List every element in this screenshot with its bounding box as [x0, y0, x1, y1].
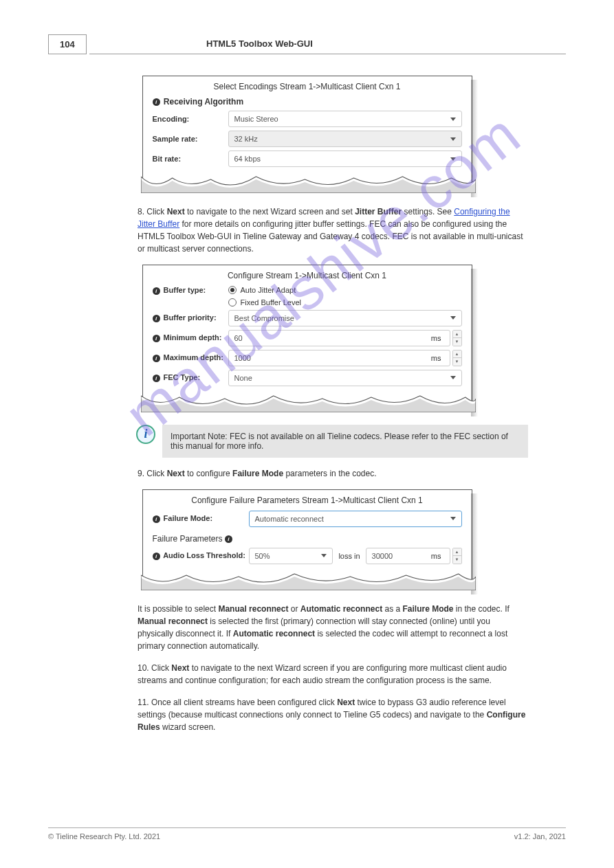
paragraph-5: 11. Once all client streams have been co…: [48, 696, 566, 733]
chevron-down-icon: [450, 137, 456, 141]
max-depth-stepper[interactable]: ▲▼: [452, 350, 462, 366]
panel2-title: Configure Stream 1->Multicast Client Cxn…: [153, 271, 462, 280]
header-title: HTML5 Toolbox Web-GUI: [206, 38, 313, 49]
footer-version: v1.2: Jan, 2021: [514, 832, 566, 841]
sample-rate-label: Sample rate:: [153, 135, 228, 143]
min-depth-stepper[interactable]: ▲▼: [452, 330, 462, 346]
chevron-down-icon: [321, 554, 327, 557]
info-icon: i: [153, 355, 160, 362]
important-note: i Important Note: FEC is not available o…: [136, 425, 528, 458]
radio-auto-jitter[interactable]: Auto Jitter Adapt: [228, 286, 296, 294]
min-depth-label: i Minimum depth:: [153, 333, 228, 342]
sample-rate-select[interactable]: 32 kHz: [228, 131, 462, 147]
info-icon: i: [136, 425, 155, 444]
paragraph-1: 8. Click Next to navigate to the next Wi…: [48, 205, 566, 255]
radio1-label: Auto Jitter Adapt: [241, 286, 296, 294]
audio-loss-stepper[interactable]: ▲▼: [452, 548, 462, 564]
receiving-algorithm-heading: i Receiving Algorithm: [153, 97, 462, 107]
failure-parameters-heading: Failure Parameters i: [153, 534, 462, 544]
audio-loss-ms-input[interactable]: 30000 ms: [366, 548, 450, 564]
paragraph-2: 9. Click Next to configure Failure Mode …: [48, 467, 566, 480]
chevron-down-icon: [450, 316, 456, 320]
encoding-value: Music Stereo: [234, 115, 278, 123]
header-rule: [89, 54, 566, 54]
info-icon: i: [153, 335, 160, 342]
radio2-label: Fixed Buffer Level: [241, 298, 301, 307]
radio-fixed-buffer[interactable]: Fixed Buffer Level: [228, 298, 301, 307]
info-icon: i: [153, 98, 160, 106]
max-depth-value: 1000: [234, 354, 251, 362]
max-depth-input[interactable]: 1000 ms: [228, 350, 450, 366]
info-icon: i: [153, 315, 160, 322]
audio-loss-label: i Audio Loss Threshold:: [153, 551, 249, 560]
failure-mode-select[interactable]: Automatic reconnect: [249, 511, 462, 527]
bit-rate-value: 64 kbps: [234, 155, 261, 163]
chevron-down-icon: [450, 376, 456, 379]
chevron-down-icon: [450, 118, 456, 121]
configure-stream-panel: Configure Stream 1->Multicast Client Cxn…: [142, 265, 472, 411]
paragraph-4: 10. Click Next to navigate to the next W…: [48, 662, 566, 687]
failure-params-panel: Configure Failure Parameters Stream 1->M…: [142, 489, 472, 589]
min-depth-value: 60: [234, 334, 243, 342]
buffer-priority-label: i Buffer priority:: [153, 313, 228, 322]
info-icon: i: [225, 535, 232, 543]
paragraph-3: It is possible to select Manual reconnec…: [48, 603, 566, 652]
panel3-title: Configure Failure Parameters Stream 1->M…: [153, 496, 462, 505]
buffer-priority-value: Best Compromise: [234, 314, 294, 322]
unit-ms: ms: [431, 334, 441, 342]
audio-loss-ms-value: 30000: [372, 552, 393, 560]
bit-rate-select[interactable]: 64 kbps: [228, 151, 462, 167]
panel1-title: Select Encodings Stream 1->Multicast Cli…: [153, 82, 462, 91]
unit-ms: ms: [431, 552, 441, 560]
footer-copyright: © Tieline Research Pty. Ltd. 2021: [48, 832, 160, 841]
chevron-down-icon: [450, 517, 456, 520]
audio-loss-pct-value: 50%: [255, 552, 270, 560]
bit-rate-label: Bit rate:: [153, 155, 228, 163]
buffer-type-label: i Buffer type:: [153, 286, 228, 295]
encodings-panel: Select Encodings Stream 1->Multicast Cli…: [142, 76, 472, 192]
fec-type-label: i FEC Type:: [153, 373, 228, 382]
min-depth-input[interactable]: 60 ms: [228, 330, 450, 346]
audio-loss-pct-select[interactable]: 50%: [249, 548, 333, 564]
encoding-label: Encoding:: [153, 115, 228, 123]
failure-mode-label: i Failure Mode:: [153, 514, 249, 523]
page-footer: © Tieline Research Pty. Ltd. 2021 v1.2: …: [48, 827, 566, 841]
receiving-algorithm-label: Receiving Algorithm: [164, 97, 243, 107]
info-icon: i: [153, 375, 160, 382]
fec-type-value: None: [234, 374, 252, 382]
note-text: Important Note: FEC is not available on …: [162, 425, 528, 458]
loss-in-text: loss in: [338, 552, 360, 560]
encoding-select[interactable]: Music Stereo: [228, 111, 462, 127]
sample-rate-value: 32 kHz: [234, 135, 258, 143]
max-depth-label: i Maximum depth:: [153, 353, 228, 362]
failure-mode-value: Automatic reconnect: [255, 515, 324, 523]
chevron-down-icon: [450, 157, 456, 161]
fec-type-select[interactable]: None: [228, 370, 462, 386]
info-icon: i: [153, 553, 160, 560]
buffer-priority-select[interactable]: Best Compromise: [228, 310, 462, 326]
info-icon: i: [153, 287, 160, 295]
unit-ms: ms: [431, 354, 441, 362]
info-icon: i: [153, 515, 160, 523]
page-number: 104: [48, 34, 87, 54]
